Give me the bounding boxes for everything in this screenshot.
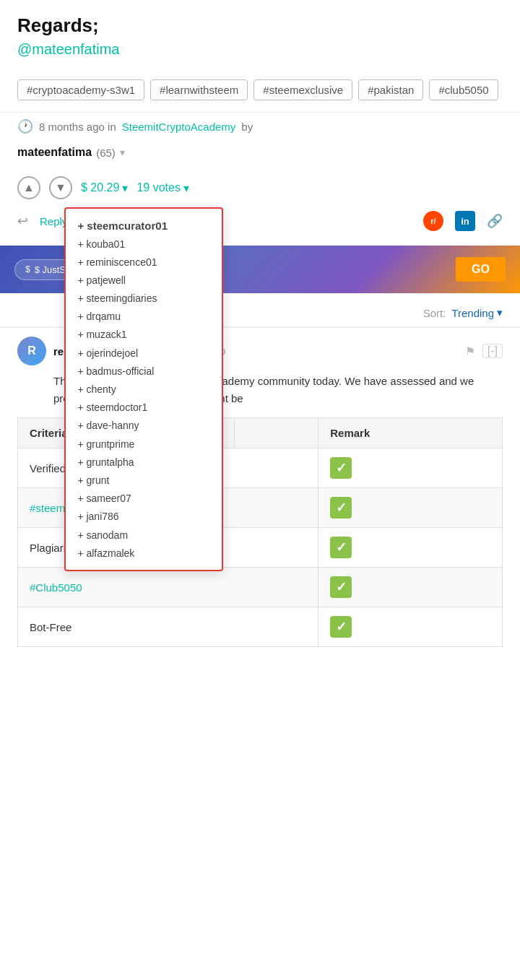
voter-item-0[interactable]: + steemcurator01 (77, 216, 210, 235)
linkedin-icon-label: in (461, 216, 469, 227)
copy-link-button[interactable]: 🔗 (487, 213, 503, 229)
dollar-icon: $ (25, 264, 30, 274)
time-ago-text: 8 months ago in (39, 121, 116, 133)
votes-chevron-icon[interactable]: ▾ (183, 181, 189, 195)
downvote-button[interactable]: ▼ (49, 176, 72, 199)
reply-button[interactable]: Reply (40, 215, 67, 227)
top-section: Regards; @mateenfatima (0, 0, 520, 79)
votes-count-button[interactable]: 19 votes ▾ (136, 181, 188, 195)
voter-item-7[interactable]: + ojerindejoel (77, 344, 210, 363)
community-link[interactable]: SteemitCryptoAcademy (122, 121, 236, 133)
votes-dropdown-container: 19 votes ▾ + steemcurator01 + kouba01 + … (136, 181, 188, 195)
tag-steemexclusive[interactable]: #steemexclusive (254, 79, 352, 100)
voter-item-12[interactable]: + gruntprime (77, 435, 210, 454)
voter-item-15[interactable]: + sameer07 (77, 490, 210, 508)
check-steemexclusive: ✓ (330, 497, 352, 519)
voter-item-11[interactable]: + dave-hanny (77, 417, 210, 435)
upvote-button[interactable]: ▲ (17, 176, 40, 199)
dollar-amount[interactable]: $ 20.29 ▾ (81, 181, 128, 195)
voter-item-16[interactable]: + jani786 (77, 508, 210, 526)
voter-item-9[interactable]: + chenty (77, 381, 210, 399)
remark-bot-free: ✓ (318, 607, 503, 647)
sort-label: Sort: (423, 307, 446, 319)
check-plagiarism-free: ✓ (330, 537, 352, 558)
reply-icon[interactable]: ↩ (17, 213, 28, 229)
criteria-club5050: #Club5050 (18, 568, 318, 607)
remark-verified-user: ✓ (318, 448, 503, 488)
votes-dropdown: + steemcurator01 + kouba01 + reminiscenc… (64, 207, 223, 571)
reddit-icon-label: r/ (430, 217, 436, 225)
meta-section: 🕐 8 months ago in SteemitCryptoAcademy b… (0, 113, 520, 140)
club5050-tag[interactable]: #Club5050 (30, 581, 82, 594)
tag-cryptoacademy[interactable]: #cryptoacademy-s3w1 (17, 79, 144, 100)
voter-item-6[interactable]: + muzack1 (77, 326, 210, 344)
author-handle[interactable]: @mateenfatima (17, 41, 503, 58)
collapse-button[interactable]: [-] (482, 344, 503, 358)
tag-pakistan[interactable]: #pakistan (358, 79, 423, 100)
sort-trending-button[interactable]: Trending ▾ (451, 306, 503, 319)
table-header-remark: Remark (318, 418, 503, 448)
voter-item-17[interactable]: + sanodam (77, 526, 210, 545)
tag-club5050[interactable]: #club5050 (429, 79, 498, 100)
go-button[interactable]: GO (456, 257, 506, 282)
linkedin-share-button[interactable]: in (455, 211, 475, 231)
voter-item-5[interactable]: + drqamu (77, 308, 210, 326)
voter-item-3[interactable]: + patjewell (77, 272, 210, 290)
voter-item-13[interactable]: + gruntalpha (77, 454, 210, 472)
check-bot-free: ✓ (330, 616, 352, 638)
voter-item-1[interactable]: + kouba01 (77, 235, 210, 253)
remark-plagiarism-free: ✓ (318, 528, 503, 568)
sort-value-text: Trending (451, 307, 494, 319)
by-text: by (241, 121, 253, 133)
voter-item-14[interactable]: + grunt (77, 472, 210, 490)
clock-icon: 🕐 (17, 118, 33, 134)
remark-club5050: ✓ (318, 568, 503, 607)
tags-section: #cryptoacademy-s3w1 #learnwithsteem #ste… (0, 79, 520, 112)
author-name[interactable]: mateenfatima (17, 146, 92, 159)
avatar-initial: R (27, 344, 36, 357)
chevron-down-icon[interactable]: ▾ (120, 147, 125, 158)
reddit-share-button[interactable]: r/ (423, 211, 443, 231)
voter-item-10[interactable]: + steemdoctor1 (77, 399, 210, 417)
voter-item-18[interactable]: + alfazmalek (77, 545, 210, 563)
bottom-spacer (0, 656, 520, 685)
check-verified-user: ✓ (330, 457, 352, 479)
criteria-bot-free: Bot-Free (18, 607, 318, 647)
author-rep: (65) (96, 147, 116, 159)
voter-item-8[interactable]: + badmus-official (77, 363, 210, 381)
table-row-botfree: Bot-Free ✓ (18, 607, 503, 647)
table-header-empty (235, 418, 318, 448)
author-section: mateenfatima (65) ▾ (0, 140, 520, 170)
dollar-value: $ 20.29 (81, 181, 119, 194)
table-row-club5050: #Club5050 ✓ (18, 568, 503, 607)
commenter-avatar: R (17, 337, 46, 365)
page-wrapper: Regards; @mateenfatima #cryptoacademy-s3… (0, 0, 520, 685)
remark-steemexclusive: ✓ (318, 488, 503, 528)
tag-learnwithsteem[interactable]: #learnwithsteem (150, 79, 248, 100)
voter-item-4[interactable]: + steemingdiaries (77, 290, 210, 308)
flag-icon[interactable]: ⚑ (465, 344, 475, 358)
sort-chevron-icon[interactable]: ▾ (497, 306, 503, 319)
vote-row: ▲ ▼ $ 20.29 ▾ 19 votes ▾ + steemcurator0… (0, 170, 520, 208)
dollar-chevron-icon[interactable]: ▾ (122, 181, 128, 195)
votes-count-value: 19 votes (136, 181, 180, 194)
regards-text: Regards; (17, 14, 503, 37)
check-club5050: ✓ (330, 576, 352, 598)
voter-item-2[interactable]: + reminiscence01 (77, 253, 210, 272)
